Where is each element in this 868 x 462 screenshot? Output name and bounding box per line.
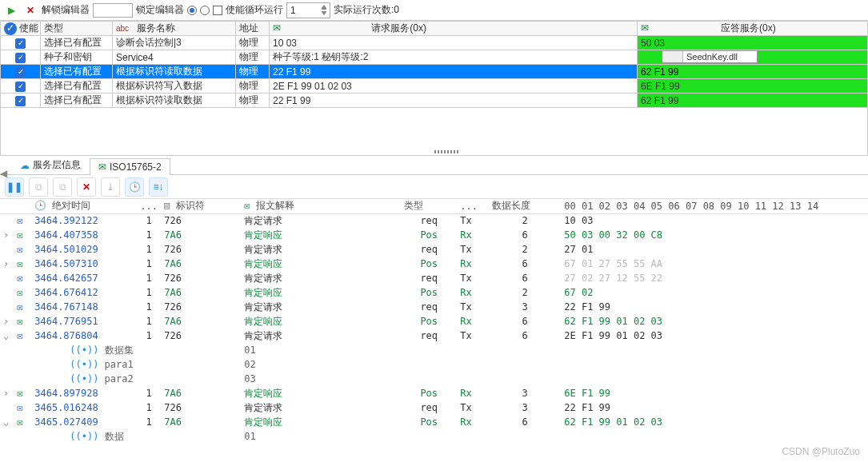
cell-id: 726: [161, 242, 241, 257]
row-checkbox[interactable]: ✓: [15, 53, 26, 63]
export-button[interactable]: ⤓: [101, 177, 120, 197]
row-checkbox[interactable]: ✓: [15, 82, 26, 92]
envelope-icon: ✉: [17, 287, 28, 298]
log-row[interactable]: ✉ 3464.501029 1 726 肯定请求 req Tx 2 27 01: [0, 242, 868, 257]
cell-bytes: 22 F1 99: [561, 300, 868, 314]
log-row[interactable]: ✉ 3465.016248 1 726 肯定请求 req Tx 3 22 F1 …: [0, 400, 868, 415]
cell-bytes: 6E F1 99: [561, 386, 868, 400]
cell-service: 根据标识符读取数据: [113, 65, 236, 79]
col-msg[interactable]: ✉ 报文解释: [241, 199, 401, 213]
log-row[interactable]: ✉ 3464.392122 1 726 肯定请求 req Tx 2 10 03: [0, 213, 868, 228]
cell-n: 1: [137, 386, 161, 400]
loop-label: 使能循环运行: [226, 3, 283, 17]
cell-id: 726: [161, 400, 241, 415]
cell-addr: 物理: [236, 79, 270, 94]
cell-req: 2E F1 99 01 02 03: [270, 79, 638, 94]
cell-id: 7A6: [161, 257, 241, 271]
lower-tabs: ◀ ☁服务层信息 ✉ISO15765-2: [0, 156, 868, 175]
col-kind[interactable]: 类型: [401, 199, 457, 213]
log-table[interactable]: 🕒 绝对时间 ... ▤ 标识符 ✉ 报文解释 类型 ... 数据长度 00 0…: [0, 199, 868, 444]
row-checkbox[interactable]: ✓: [15, 96, 26, 106]
clear-button[interactable]: ✕: [77, 177, 96, 197]
expand-icon[interactable]: ⌄: [3, 330, 11, 341]
expand-icon[interactable]: ›: [3, 388, 11, 399]
expand-icon[interactable]: ⌄: [3, 416, 11, 428]
expand-icon[interactable]: ›: [3, 316, 11, 327]
log-subrow[interactable]: ((•)) 数据 01: [0, 429, 868, 444]
cell-resp: 6E F1 99: [638, 79, 868, 94]
cell-id: 726: [161, 329, 241, 343]
col-dir[interactable]: ...: [457, 199, 489, 213]
seed-dll-box[interactable]: SeednKey.dll: [662, 50, 758, 63]
run-button[interactable]: ▶: [3, 2, 19, 18]
splitter-handle[interactable]: [434, 150, 458, 153]
col-bytes[interactable]: 00 01 02 03 04 05 06 07 08 09 10 11 12 1…: [561, 199, 868, 213]
col-dots[interactable]: ...: [137, 199, 161, 213]
cell-len: 2: [489, 242, 561, 257]
editor-input[interactable]: [93, 3, 133, 18]
cell-addr: 物理: [236, 50, 270, 65]
log-subrow[interactable]: ((•)) 数据集 01: [0, 343, 868, 357]
col-enable[interactable]: ✓ 使能: [1, 22, 41, 36]
cell-resp: 62 F1 99: [638, 94, 868, 108]
grid-row[interactable]: ✓选择已有配置根据标识符写入数据物理2E F1 99 01 02 036E F1…: [1, 79, 868, 94]
grid-row[interactable]: ✓选择已有配置根据标识符读取数据物理22 F1 9962 F1 99: [1, 94, 868, 108]
col-service[interactable]: abc 服务名称: [113, 22, 236, 36]
cell-dir: Tx: [457, 271, 489, 285]
cell-time: 3465.027409: [31, 415, 137, 429]
row-checkbox[interactable]: ✓: [15, 38, 26, 49]
pause-button[interactable]: ❚❚: [5, 177, 24, 197]
expand-icon[interactable]: ›: [3, 258, 11, 269]
cell-dir: Tx: [457, 300, 489, 314]
log-row[interactable]: ✉ 3464.676412 1 7A6 肯定响应 Pos Rx 2 67 02: [0, 285, 868, 300]
log-subrow[interactable]: ((•)) para2 03: [0, 372, 868, 386]
cell-kind: Pos: [401, 228, 457, 242]
tab-scroll-left[interactable]: ◀: [0, 165, 6, 181]
cell-service: 诊断会话控制|3: [113, 36, 236, 50]
loop-checkbox[interactable]: [213, 6, 222, 15]
col-resp[interactable]: ✉ 应答服务(0x): [638, 22, 868, 36]
log-row[interactable]: › ✉ 3464.407358 1 7A6 肯定响应 Pos Rx 6 50 0…: [0, 228, 868, 242]
cell-time: 3464.407358: [31, 228, 137, 242]
expand-icon[interactable]: ›: [3, 229, 11, 241]
service-grid[interactable]: ✓ 使能 类型 abc 服务名称 地址 ✉ 请求服务(0x) ✉ 应答服务(0x…: [0, 21, 868, 108]
log-row[interactable]: ✉ 3464.767148 1 726 肯定请求 req Tx 3 22 F1 …: [0, 300, 868, 314]
cell-type: 选择已有配置: [41, 65, 113, 79]
cell-req: 种子等级:1 秘钥等级:2: [270, 50, 638, 65]
grid-row[interactable]: ✓选择已有配置根据标识符读取数据物理22 F1 9962 F1 99: [1, 65, 868, 79]
log-row[interactable]: › ✉ 3464.897928 1 7A6 肯定响应 Pos Rx 3 6E F…: [0, 386, 868, 400]
tool-btn-2[interactable]: ⧉: [53, 177, 72, 197]
grid-row[interactable]: ✓选择已有配置诊断会话控制|3物理10 0350 03: [1, 36, 868, 50]
lock-radio-on[interactable]: [187, 6, 197, 15]
log-row[interactable]: ⌄ ✉ 3464.876804 1 726 肯定请求 req Tx 6 2E F…: [0, 329, 868, 343]
log-row[interactable]: ⌄ ✉ 3465.027409 1 7A6 肯定响应 Pos Rx 6 62 F…: [0, 415, 868, 429]
stop-button[interactable]: ✕: [22, 2, 38, 18]
cell-bytes: 67 02: [561, 285, 868, 300]
log-row[interactable]: ✉ 3464.642657 1 726 肯定请求 req Tx 6 27 02 …: [0, 271, 868, 285]
col-req[interactable]: ✉ 请求服务(0x): [270, 22, 638, 36]
col-time[interactable]: 🕒 绝对时间: [31, 199, 137, 213]
col-addr[interactable]: 地址: [236, 22, 270, 36]
envelope-icon: ✉: [17, 388, 28, 399]
cell-kind: req: [401, 242, 457, 257]
check-all-icon[interactable]: ✓: [4, 22, 17, 35]
time-mode-button[interactable]: 🕒: [125, 177, 144, 197]
log-subrow[interactable]: ((•)) para1 02: [0, 357, 868, 372]
row-checkbox[interactable]: ✓: [15, 67, 26, 78]
cell-kind: Pos: [401, 415, 457, 429]
sort-button[interactable]: ≡↓: [149, 177, 168, 197]
col-type[interactable]: 类型: [41, 22, 113, 36]
tab-service-layer[interactable]: ☁服务层信息: [11, 155, 90, 174]
log-row[interactable]: › ✉ 3464.507310 1 7A6 肯定响应 Pos Rx 6 67 0…: [0, 257, 868, 271]
cell-bytes: 67 01 27 55 55 AA: [561, 257, 868, 271]
tool-btn-1[interactable]: ⧉: [29, 177, 48, 197]
tab-iso15765[interactable]: ✉ISO15765-2: [90, 158, 170, 175]
lock-radio-off[interactable]: [200, 6, 210, 15]
loop-count-spinner[interactable]: 1: [286, 2, 330, 18]
col-len[interactable]: 数据长度: [489, 199, 561, 213]
col-id[interactable]: ▤ 标识符: [161, 199, 241, 213]
log-row[interactable]: › ✉ 3464.776951 1 7A6 肯定响应 Pos Rx 6 62 F…: [0, 314, 868, 329]
cell-type: 选择已有配置: [41, 79, 113, 94]
cell-msg: 肯定请求: [241, 213, 401, 228]
cell-msg: 肯定请求: [241, 400, 401, 415]
